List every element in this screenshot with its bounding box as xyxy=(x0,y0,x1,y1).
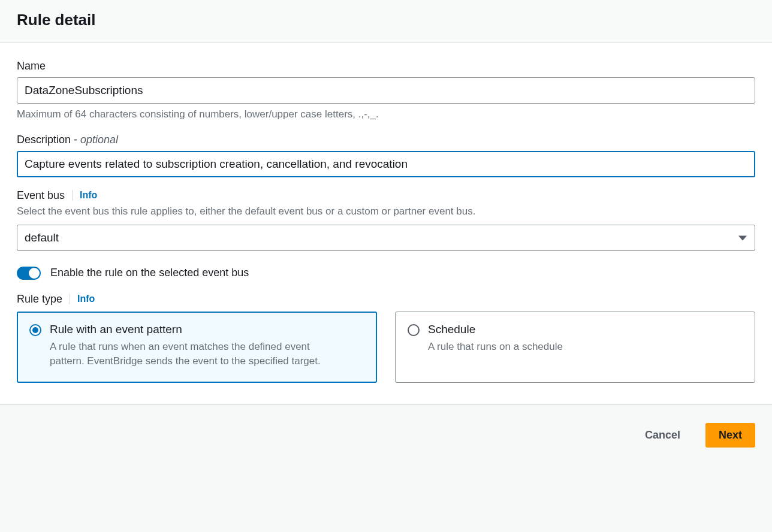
enable-toggle[interactable] xyxy=(17,267,41,280)
enable-toggle-label: Enable the rule on the selected event bu… xyxy=(50,267,249,279)
event-bus-info-link[interactable]: Info xyxy=(80,190,97,201)
next-button[interactable]: Next xyxy=(705,423,755,448)
rule-type-option-desc: A rule that runs when an event matches t… xyxy=(50,340,337,369)
name-field: Name Maximum of 64 characters consisting… xyxy=(17,60,755,122)
name-label: Name xyxy=(17,60,755,72)
separator xyxy=(72,190,73,201)
event-bus-select[interactable]: default xyxy=(17,225,755,251)
description-label-text: Description - xyxy=(17,134,80,146)
radio-icon xyxy=(408,324,420,336)
description-input[interactable] xyxy=(17,151,755,177)
panel-body: Name Maximum of 64 characters consisting… xyxy=(0,43,772,404)
rule-type-label: Rule type xyxy=(17,293,62,306)
toggle-knob xyxy=(29,268,40,279)
rule-type-info-link[interactable]: Info xyxy=(77,294,95,304)
rule-type-option-title: Rule with an event pattern xyxy=(50,323,337,336)
rule-type-option-schedule[interactable]: Schedule A rule that runs on a schedule xyxy=(395,312,755,383)
cancel-button[interactable]: Cancel xyxy=(632,423,693,448)
event-bus-helper: Select the event bus this rule applies t… xyxy=(17,204,755,219)
radio-icon xyxy=(29,324,41,336)
rule-type-options: Rule with an event pattern A rule that r… xyxy=(17,312,755,383)
event-bus-select-wrap: default xyxy=(17,225,755,251)
enable-toggle-row: Enable the rule on the selected event bu… xyxy=(17,267,755,280)
panel-header: Rule detail xyxy=(0,0,772,43)
event-bus-selected-value: default xyxy=(25,231,59,244)
event-bus-label-row: Event bus Info xyxy=(17,189,755,202)
event-bus-label: Event bus xyxy=(17,189,65,202)
description-field: Description - optional xyxy=(17,134,755,177)
rule-type-option-pattern[interactable]: Rule with an event pattern A rule that r… xyxy=(17,312,377,383)
rule-type-label-row: Rule type Info xyxy=(17,293,755,306)
separator xyxy=(70,294,70,304)
footer: Cancel Next xyxy=(0,405,772,454)
rule-type-option-title: Schedule xyxy=(428,323,563,336)
rule-type-option-content: Schedule A rule that runs on a schedule xyxy=(428,323,563,369)
radio-dot xyxy=(32,327,38,333)
page-title: Rule detail xyxy=(17,11,755,29)
event-bus-field: Event bus Info Select the event bus this… xyxy=(17,189,755,251)
rule-type-option-content: Rule with an event pattern A rule that r… xyxy=(50,323,337,369)
description-optional: optional xyxy=(80,134,118,146)
name-helper: Maximum of 64 characters consisting of n… xyxy=(17,107,755,122)
description-label: Description - optional xyxy=(17,134,755,146)
rule-type-field: Rule type Info Rule with an event patter… xyxy=(17,293,755,383)
name-input[interactable] xyxy=(17,77,755,104)
rule-type-option-desc: A rule that runs on a schedule xyxy=(428,340,563,355)
